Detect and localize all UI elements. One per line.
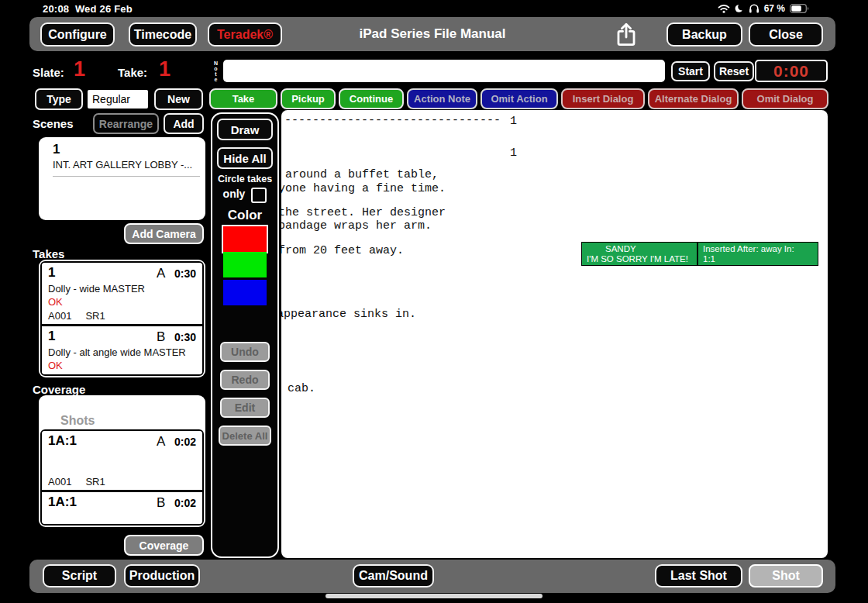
take-description: Dolly - alt angle wide MASTER bbox=[48, 346, 186, 358]
timecode-button[interactable]: Timecode bbox=[129, 22, 197, 47]
shot-button[interactable]: Shot bbox=[749, 564, 823, 587]
shot-duration: 0:02 bbox=[174, 436, 196, 448]
slate-value: 1 bbox=[74, 59, 85, 80]
take-roll: B001SR1 bbox=[48, 374, 105, 376]
scenes-label: Scenes bbox=[33, 117, 74, 130]
take-duration: 0:30 bbox=[174, 331, 196, 343]
action-note-button[interactable]: Action Note bbox=[407, 88, 477, 109]
take-row[interactable]: 1 A 0:30 Dolly - wide MASTER OK A001SR1 bbox=[42, 263, 202, 324]
scene-number: 1 bbox=[53, 142, 60, 157]
omit-dialog-button[interactable]: Omit Dialog bbox=[742, 88, 828, 109]
takes-label: Takes bbox=[33, 247, 64, 260]
dialog-character: SANDY bbox=[605, 244, 692, 254]
new-button[interactable]: New bbox=[154, 88, 203, 110]
bottom-toolbar: Script Production Cam/Sound Last Shot Sh… bbox=[29, 560, 835, 593]
take-button[interactable]: Take bbox=[209, 88, 277, 109]
start-button[interactable]: Start bbox=[671, 61, 710, 81]
shot-id: 1A:1 bbox=[48, 494, 77, 510]
take-roll-sound: SR1 bbox=[85, 374, 105, 376]
color-swatch-green[interactable] bbox=[223, 252, 267, 277]
script-line: around a buffet table, bbox=[285, 169, 439, 181]
timer-display: 0:00 bbox=[755, 60, 828, 82]
window-title: iPad Series File Manual bbox=[360, 26, 506, 42]
take-value: 1 bbox=[159, 59, 170, 80]
delete-all-button[interactable]: Delete All bbox=[219, 426, 271, 446]
edit-button[interactable]: Edit bbox=[220, 398, 270, 418]
shot-camera: B bbox=[157, 495, 165, 511]
take-camera: B bbox=[157, 329, 165, 345]
shot-duration: 0:02 bbox=[174, 497, 196, 509]
script-line: the street. Her designer bbox=[281, 207, 446, 219]
inserted-after-position: 1:1 bbox=[703, 254, 813, 264]
status-date: Wed 26 Feb bbox=[75, 3, 133, 15]
rearrange-button[interactable]: Rearrange bbox=[93, 113, 159, 134]
color-swatch-blue[interactable] bbox=[223, 280, 267, 305]
omit-action-button[interactable]: Omit Action bbox=[480, 88, 558, 109]
battery-icon bbox=[790, 4, 809, 13]
status-bar: 20:08 Wed 26 Feb 67 % bbox=[0, 0, 868, 17]
cam-sound-button[interactable]: Cam/Sound bbox=[353, 564, 434, 587]
redo-button[interactable]: Redo bbox=[220, 370, 270, 390]
shot-roll-cam: A001 bbox=[48, 476, 71, 488]
backup-button[interactable]: Backup bbox=[666, 22, 742, 47]
note-input[interactable] bbox=[223, 60, 665, 82]
script-line: cab. bbox=[288, 383, 315, 395]
top-toolbar: Configure Timecode Teradek® iPad Series … bbox=[29, 17, 835, 51]
take-slate: 1 bbox=[48, 265, 55, 281]
color-label: Color bbox=[212, 208, 277, 223]
script-tab-button[interactable]: Script bbox=[43, 564, 116, 587]
inserted-dialog-box[interactable]: SANDY I'M SO SORRY I'M LATE! Inserted Af… bbox=[581, 242, 818, 266]
last-shot-button[interactable]: Last Shot bbox=[655, 564, 742, 587]
color-swatch-red[interactable] bbox=[222, 225, 268, 253]
take-label: Take: bbox=[118, 66, 147, 79]
script-page[interactable]: ------------------------------- 1 1 arou… bbox=[281, 110, 828, 558]
home-indicator[interactable] bbox=[326, 594, 542, 598]
take-roll-cam: B001 bbox=[48, 374, 71, 376]
shot-id: 1A:1 bbox=[48, 433, 77, 449]
insert-dialog-button[interactable]: Insert Dialog bbox=[561, 88, 645, 109]
draw-button[interactable]: Draw bbox=[217, 119, 273, 140]
share-icon[interactable] bbox=[615, 22, 637, 47]
add-scene-button[interactable]: Add bbox=[164, 113, 204, 134]
reset-button[interactable]: Reset bbox=[714, 61, 754, 81]
takes-list: 1 A 0:30 Dolly - wide MASTER OK A001SR1 … bbox=[39, 260, 205, 377]
take-status: OK bbox=[48, 360, 63, 371]
scene-list: 1 INT. ART GALLERY LOBBY -... bbox=[39, 137, 205, 220]
battery-percent: 67 % bbox=[764, 3, 785, 14]
coverage-button[interactable]: Coverage bbox=[124, 535, 204, 556]
inserted-dialog-text: SANDY I'M SO SORRY I'M LATE! bbox=[582, 243, 698, 265]
alternate-dialog-button[interactable]: Alternate Dialog bbox=[648, 88, 739, 109]
type-value-field[interactable] bbox=[88, 90, 148, 109]
circle-takes-checkbox[interactable] bbox=[251, 188, 267, 203]
continue-button[interactable]: Continue bbox=[339, 88, 404, 109]
configure-button[interactable]: Configure bbox=[40, 22, 115, 47]
hide-all-button[interactable]: Hide All bbox=[217, 147, 273, 169]
note-vertical-label: Note bbox=[213, 60, 219, 82]
take-description: Dolly - wide MASTER bbox=[48, 283, 145, 295]
dialog-line: I'M SO SORRY I'M LATE! bbox=[587, 254, 692, 264]
type-button[interactable]: Type bbox=[35, 88, 83, 110]
headphones-icon bbox=[749, 4, 760, 13]
wifi-icon bbox=[718, 4, 730, 13]
production-tab-button[interactable]: Production bbox=[124, 564, 200, 587]
pickup-button[interactable]: Pickup bbox=[281, 88, 336, 109]
take-status: OK bbox=[48, 296, 63, 308]
teradek-button[interactable]: Teradek® bbox=[208, 22, 282, 47]
close-button[interactable]: Close bbox=[749, 22, 823, 47]
undo-button[interactable]: Undo bbox=[220, 342, 270, 362]
script-line: bandage wraps her arm. bbox=[281, 220, 432, 233]
app-screen: 20:08 Wed 26 Feb 67 % bbox=[0, 0, 868, 603]
take-duration: 0:30 bbox=[174, 267, 196, 280]
take-slate: 1 bbox=[48, 329, 55, 344]
status-time: 20:08 bbox=[43, 3, 69, 15]
script-line: from 20 feet away. bbox=[281, 245, 404, 257]
take-row[interactable]: 1 B 0:30 Dolly - alt angle wide MASTER O… bbox=[42, 324, 202, 376]
coverage-row[interactable]: 1A:1 A 0:02 A001SR1 bbox=[42, 431, 202, 490]
add-camera-button[interactable]: Add Camera bbox=[124, 223, 204, 244]
coverage-row[interactable]: 1A:1 B 0:02 bbox=[42, 490, 202, 525]
shot-roll-sound: SR1 bbox=[85, 476, 105, 488]
circle-takes-label: Circle takes bbox=[212, 174, 277, 184]
coverage-list: Shots 1A:1 A 0:02 A001SR1 1A:1 B 0:02 bbox=[39, 395, 205, 527]
scene-heading: INT. ART GALLERY LOBBY -... bbox=[53, 159, 192, 171]
status-clock: 20:08 Wed 26 Feb bbox=[43, 3, 133, 15]
